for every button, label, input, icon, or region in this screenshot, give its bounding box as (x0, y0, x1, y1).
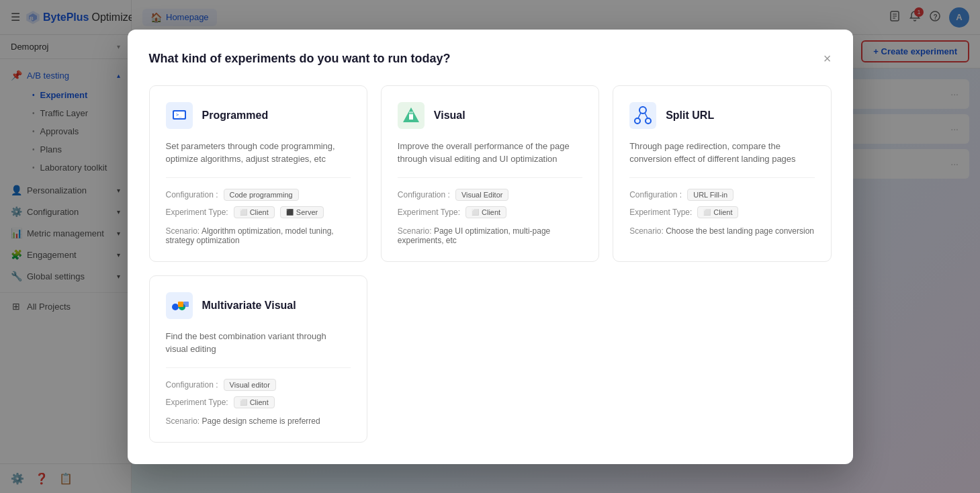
svg-rect-26 (178, 302, 183, 307)
config-tag: Visual Editor (455, 189, 509, 201)
config-label: Configuration : (166, 190, 218, 199)
exp-type-client-tag: ⬜ Client (697, 206, 738, 218)
modal-dialog: What kind of experiments do you want to … (128, 30, 853, 464)
card-scenario-programmed: Scenario: Algorithm optimization, model … (166, 226, 351, 245)
exp-type-label: Experiment Type: (398, 208, 460, 217)
split-url-icon (629, 102, 656, 129)
visual-icon (398, 102, 425, 129)
config-tag: Visual editor (224, 379, 276, 391)
card-title-split: Split URL (666, 109, 714, 122)
card-split-url[interactable]: Split URL Through page redirection, comp… (613, 85, 831, 262)
client-icon: ⬜ (472, 209, 479, 216)
config-row: Configuration : Code programming (166, 189, 351, 201)
card-header-split: Split URL (629, 102, 814, 129)
modal-close-button[interactable]: × (823, 51, 832, 66)
exp-type-client-tag: ⬜ Client (234, 206, 275, 218)
card-scenario-visual: Scenario: Page UI optimization, multi-pa… (398, 226, 582, 245)
config-row: Configuration : Visual editor (166, 379, 351, 391)
card-description-visual: Improve the overall performance of the p… (398, 140, 582, 167)
server-icon: ⬛ (286, 209, 294, 216)
client-icon: ⬜ (240, 209, 247, 216)
card-description-multivariate: Find the best combination variant throug… (166, 330, 351, 357)
card-title-multivariate: Multivariate Visual (202, 300, 296, 312)
config-label: Configuration : (166, 380, 218, 390)
card-divider (629, 177, 814, 178)
card-visual[interactable]: Visual Improve the overall performance o… (381, 85, 599, 262)
card-meta-split: Configuration : URL Fill-in Experiment T… (629, 189, 814, 236)
card-divider (166, 367, 351, 368)
client-icon: ⬜ (240, 399, 247, 406)
config-label: Configuration : (398, 190, 450, 199)
exp-type-label: Experiment Type: (629, 208, 692, 217)
experiment-type-grid: >_ Programmed Set parameters through cod… (149, 85, 832, 443)
exp-type-client-tag: ⬜ Client (465, 206, 506, 218)
svg-text:>_: >_ (176, 112, 182, 118)
svg-rect-16 (409, 111, 413, 114)
card-header-multivariate: Multivariate Visual (166, 292, 351, 319)
config-label: Configuration : (629, 190, 682, 199)
config-tag: Code programming (224, 189, 299, 201)
modal-title: What kind of experiments do you want to … (149, 52, 451, 66)
card-meta-visual: Configuration : Visual Editor Experiment… (398, 189, 582, 245)
card-programmed[interactable]: >_ Programmed Set parameters through cod… (149, 85, 367, 262)
exp-type-row: Experiment Type: ⬜ Client ⬛ Server (166, 206, 351, 218)
card-meta-multivariate: Configuration : Visual editor Experiment… (166, 379, 351, 426)
card-divider (166, 177, 351, 178)
card-title-visual: Visual (434, 109, 465, 122)
card-header-visual: Visual (398, 102, 582, 129)
card-header-programmed: >_ Programmed (166, 102, 351, 129)
card-divider (398, 177, 582, 178)
card-description-split: Through page redirection, compare the co… (629, 140, 814, 167)
svg-rect-15 (409, 114, 413, 120)
exp-type-client-tag: ⬜ Client (234, 396, 275, 408)
svg-point-24 (172, 304, 179, 310)
card-meta-programmed: Configuration : Code programming Experim… (166, 189, 351, 245)
exp-type-server-tag: ⬛ Server (280, 206, 324, 218)
exp-type-row: Experiment Type: ⬜ Client (629, 206, 814, 218)
exp-type-row: Experiment Type: ⬜ Client (166, 396, 351, 408)
exp-type-row: Experiment Type: ⬜ Client (398, 206, 582, 218)
config-tag: URL Fill-in (687, 189, 733, 201)
modal-header: What kind of experiments do you want to … (149, 51, 832, 66)
card-scenario-multivariate: Scenario: Page design scheme is preferre… (166, 416, 351, 426)
card-multivariate[interactable]: Multivariate Visual Find the best combin… (149, 275, 367, 443)
config-row: Configuration : Visual Editor (398, 189, 582, 201)
exp-type-label: Experiment Type: (166, 398, 228, 407)
client-icon: ⬜ (703, 209, 711, 216)
programmed-icon: >_ (166, 102, 193, 129)
card-description-programmed: Set parameters through code programming,… (166, 140, 351, 167)
multivariate-icon (166, 292, 193, 319)
card-scenario-split: Scenario: Choose the best landing page c… (629, 226, 814, 236)
card-title-programmed: Programmed (202, 109, 269, 122)
modal-overlay[interactable]: What kind of experiments do you want to … (0, 0, 980, 493)
exp-type-label: Experiment Type: (166, 208, 228, 217)
svg-rect-27 (183, 302, 189, 307)
config-row: Configuration : URL Fill-in (629, 189, 814, 201)
